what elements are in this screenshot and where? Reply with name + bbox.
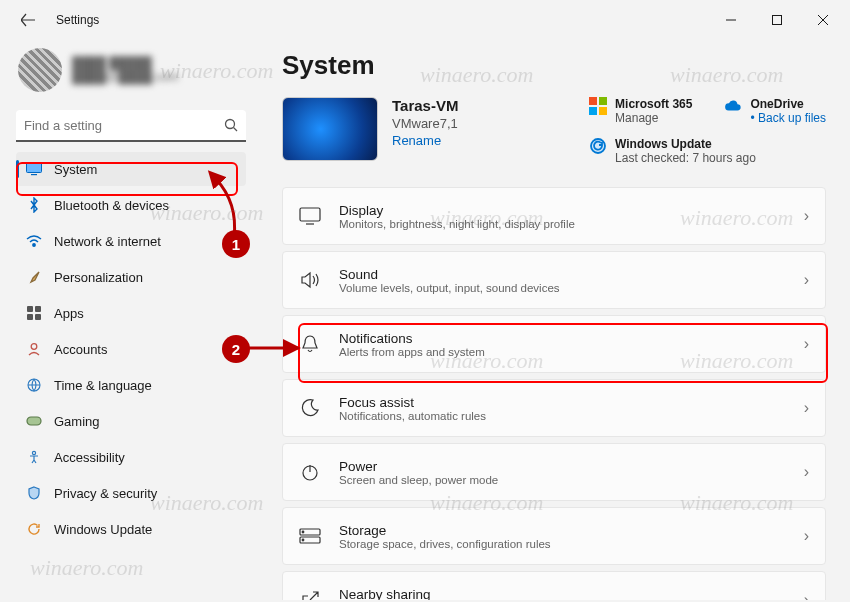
onedrive-title: OneDrive — [750, 97, 826, 111]
window-controls — [708, 4, 846, 36]
svg-point-4 — [33, 244, 35, 246]
sidebar-item-time[interactable]: Time & language — [16, 368, 246, 402]
onedrive-sub[interactable]: Back up files — [750, 111, 826, 125]
sidebar-item-label: Accessibility — [54, 450, 125, 465]
svg-point-23 — [302, 539, 304, 541]
svg-rect-18 — [300, 208, 320, 221]
close-button[interactable] — [800, 4, 846, 36]
sidebar-item-apps[interactable]: Apps — [16, 296, 246, 330]
moon-icon — [299, 397, 321, 419]
share-icon — [299, 589, 321, 600]
sidebar-item-label: Personalization — [54, 270, 143, 285]
device-name: Taras-VM — [392, 97, 458, 114]
row-notifications[interactable]: NotificationsAlerts from apps and system… — [282, 315, 826, 373]
row-title: Sound — [339, 267, 786, 282]
search-input[interactable] — [16, 110, 246, 142]
wifi-icon — [26, 233, 42, 249]
chevron-right-icon: › — [804, 527, 809, 545]
sidebar-item-system[interactable]: System — [16, 152, 246, 186]
svg-rect-15 — [589, 107, 597, 115]
row-sub: Notifications, automatic rules — [339, 410, 786, 422]
sidebar-item-bluetooth[interactable]: Bluetooth & devices — [16, 188, 246, 222]
device-model: VMware7,1 — [392, 116, 458, 131]
sidebar-item-privacy[interactable]: Privacy & security — [16, 476, 246, 510]
nav-list: System Bluetooth & devices Network & int… — [16, 152, 246, 546]
onedrive-card[interactable]: OneDriveBack up files — [724, 97, 826, 125]
account-header[interactable]: ████ █████████@████.com — [16, 44, 246, 96]
chevron-right-icon: › — [804, 463, 809, 481]
sidebar-item-label: Bluetooth & devices — [54, 198, 169, 213]
cloud-icon — [724, 97, 742, 115]
update-title: Windows Update — [615, 137, 756, 151]
row-title: Display — [339, 203, 786, 218]
sidebar-item-network[interactable]: Network & internet — [16, 224, 246, 258]
svg-rect-16 — [599, 107, 607, 115]
svg-rect-11 — [27, 417, 41, 425]
device-thumbnail[interactable] — [282, 97, 378, 161]
settings-list: DisplayMonitors, brightness, night light… — [282, 187, 826, 600]
chevron-right-icon: › — [804, 207, 809, 225]
svg-rect-7 — [27, 314, 33, 320]
row-nearby-sharing[interactable]: Nearby sharingDiscoverability, received … — [282, 571, 826, 600]
row-sound[interactable]: SoundVolume levels, output, input, sound… — [282, 251, 826, 309]
svg-rect-6 — [35, 306, 41, 312]
row-power[interactable]: PowerScreen and sleep, power mode › — [282, 443, 826, 501]
chevron-right-icon: › — [804, 271, 809, 289]
row-title: Power — [339, 459, 786, 474]
gaming-icon — [26, 413, 42, 429]
row-title: Storage — [339, 523, 786, 538]
svg-rect-3 — [31, 174, 37, 175]
rename-link[interactable]: Rename — [392, 133, 458, 148]
row-display[interactable]: DisplayMonitors, brightness, night light… — [282, 187, 826, 245]
sidebar-item-update[interactable]: Windows Update — [16, 512, 246, 546]
globe-icon — [26, 377, 42, 393]
svg-rect-8 — [35, 314, 41, 320]
update-card[interactable]: Windows UpdateLast checked: 7 hours ago — [589, 137, 826, 165]
m365-card[interactable]: Microsoft 365Manage — [589, 97, 692, 125]
sidebar-item-gaming[interactable]: Gaming — [16, 404, 246, 438]
main-content: System Taras-VM VMware7,1 Rename Microso… — [254, 40, 850, 600]
page-title: System — [282, 50, 826, 81]
apps-icon — [26, 305, 42, 321]
minimize-button[interactable] — [708, 4, 754, 36]
svg-rect-5 — [27, 306, 33, 312]
row-sub: Screen and sleep, power mode — [339, 474, 786, 486]
sidebar-item-label: Windows Update — [54, 522, 152, 537]
system-icon — [26, 161, 42, 177]
person-icon — [26, 341, 42, 357]
row-title: Notifications — [339, 331, 786, 346]
power-icon — [299, 461, 321, 483]
row-title: Nearby sharing — [339, 587, 786, 601]
sidebar-item-accounts[interactable]: Accounts — [16, 332, 246, 366]
avatar — [18, 48, 62, 92]
sidebar-item-label: Network & internet — [54, 234, 161, 249]
sidebar-item-label: Time & language — [54, 378, 152, 393]
row-focus-assist[interactable]: Focus assistNotifications, automatic rul… — [282, 379, 826, 437]
device-card: Taras-VM VMware7,1 Rename — [282, 97, 458, 165]
chevron-right-icon: › — [804, 399, 809, 417]
search-icon — [224, 118, 238, 132]
svg-rect-2 — [27, 163, 42, 173]
search-field[interactable] — [24, 118, 224, 133]
maximize-button[interactable] — [754, 4, 800, 36]
sidebar-item-label: Privacy & security — [54, 486, 157, 501]
bluetooth-icon — [26, 197, 42, 213]
sidebar-item-personalization[interactable]: Personalization — [16, 260, 246, 294]
svg-point-12 — [32, 451, 35, 454]
sidebar-item-label: Apps — [54, 306, 84, 321]
row-title: Focus assist — [339, 395, 786, 410]
svg-point-22 — [302, 531, 304, 533]
row-sub: Alerts from apps and system — [339, 346, 786, 358]
update-icon — [26, 521, 42, 537]
svg-rect-13 — [589, 97, 597, 105]
account-text: ████ █████████@████.com — [72, 56, 178, 84]
brush-icon — [26, 269, 42, 285]
update-sub: Last checked: 7 hours ago — [615, 151, 756, 165]
back-button[interactable] — [16, 8, 40, 32]
row-storage[interactable]: StorageStorage space, drives, configurat… — [282, 507, 826, 565]
window-title: Settings — [56, 13, 99, 27]
row-sub: Storage space, drives, configuration rul… — [339, 538, 786, 550]
sidebar-item-accessibility[interactable]: Accessibility — [16, 440, 246, 474]
chevron-right-icon: › — [804, 591, 809, 600]
svg-rect-0 — [773, 16, 782, 25]
